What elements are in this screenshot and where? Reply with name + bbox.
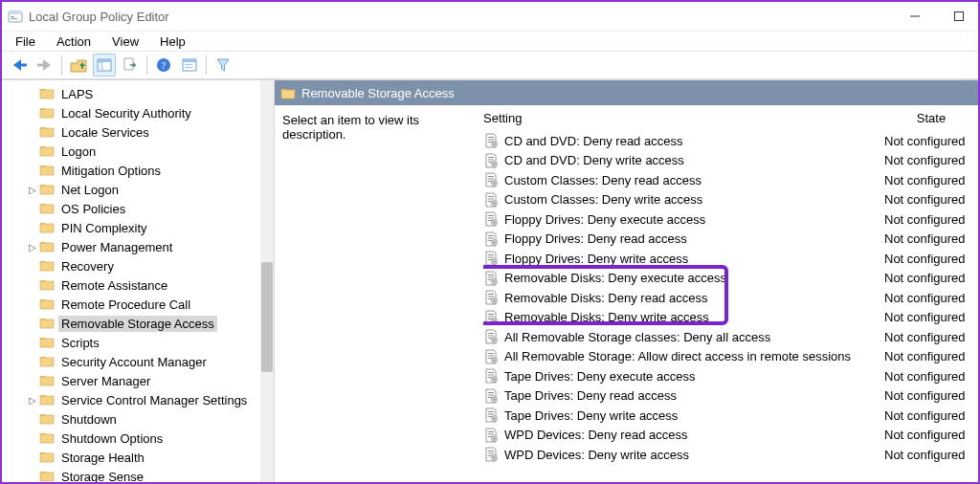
policy-icon [483, 388, 499, 404]
policy-icon [483, 368, 499, 384]
header-state[interactable]: State [884, 111, 978, 125]
tree-item[interactable]: PIN Complexity [2, 218, 274, 237]
setting-label: All Removable Storage classes: Deny all … [504, 330, 884, 344]
tree-item[interactable]: ▷Power Management [2, 237, 274, 256]
svg-point-52 [494, 261, 496, 263]
tree-item[interactable]: Remote Procedure Call [2, 295, 274, 314]
properties-button[interactable] [178, 54, 201, 77]
setting-row[interactable]: CD and DVD: Deny write accessNot configu… [483, 151, 978, 171]
menu-file[interactable]: File [8, 33, 43, 51]
svg-rect-6 [19, 64, 27, 67]
tree-item-label: Shutdown [58, 411, 120, 428]
help-button[interactable]: ? [152, 54, 175, 77]
svg-rect-15 [183, 59, 196, 62]
tree-item[interactable]: Shutdown Options [2, 429, 274, 448]
tree-item[interactable]: Storage Sense [2, 467, 274, 482]
svg-point-67 [494, 319, 496, 321]
caret-right-icon[interactable]: ▷ [27, 242, 38, 253]
setting-row[interactable]: CD and DVD: Deny read accessNot configur… [483, 131, 978, 151]
tree-item[interactable]: Mitigation Options [2, 161, 274, 180]
setting-row[interactable]: Removable Disks: Deny write accessNot co… [483, 308, 978, 328]
folder-icon [38, 143, 58, 160]
tree-item-label: Net Logon [58, 182, 122, 198]
caret-right-icon[interactable]: ▷ [27, 185, 38, 195]
svg-rect-5 [955, 12, 964, 21]
body: LAPSLocal Security AuthorityLocale Servi… [2, 80, 978, 482]
svg-rect-17 [185, 67, 192, 68]
tree-item[interactable]: Shutdown [2, 409, 274, 429]
setting-state: Not configured [884, 369, 978, 384]
tree-item[interactable]: Local Security Authority [2, 103, 274, 122]
setting-label: WPD Devices: Deny read access [504, 428, 884, 442]
setting-label: Removable Disks: Deny read access [504, 291, 884, 305]
tree-item[interactable]: OS Policies [2, 199, 274, 218]
policy-icon [483, 329, 499, 344]
setting-state: Not configured [884, 271, 978, 285]
setting-label: Floppy Drives: Deny read access [504, 231, 884, 246]
setting-row[interactable]: Floppy Drives: Deny read accessNot confi… [483, 230, 978, 250]
tree-item[interactable]: Recovery [2, 256, 274, 275]
setting-row[interactable]: Removable Disks: Deny read accessNot con… [483, 288, 978, 308]
folder-icon [38, 163, 58, 179]
policy-icon [483, 251, 499, 266]
back-button[interactable] [8, 54, 31, 77]
export-button[interactable] [119, 54, 142, 77]
svg-rect-10 [98, 62, 102, 71]
tree-item[interactable]: LAPS [2, 84, 274, 103]
setting-row[interactable]: Tape Drives: Deny write accessNot config… [483, 406, 978, 426]
setting-row[interactable]: Custom Classes: Deny write accessNot con… [483, 190, 978, 210]
setting-label: Tape Drives: Deny read access [504, 388, 884, 403]
setting-state: Not configured [884, 231, 978, 246]
tree-item[interactable]: ▷Service Control Manager Settings [2, 390, 274, 409]
setting-row[interactable]: All Removable Storage: Allow direct acce… [483, 347, 978, 367]
setting-row[interactable]: Custom Classes: Deny read accessNot conf… [483, 170, 978, 190]
setting-label: Tape Drives: Deny write access [504, 408, 884, 423]
minimize-button[interactable] [902, 6, 928, 27]
menu-help[interactable]: Help [152, 33, 193, 51]
header-setting[interactable]: Setting [483, 111, 884, 125]
setting-row[interactable]: Floppy Drives: Deny execute accessNot co… [483, 209, 978, 230]
tree-item[interactable]: Locale Services [2, 122, 274, 142]
setting-row[interactable]: All Removable Storage classes: Deny all … [483, 327, 978, 347]
svg-point-57 [494, 280, 496, 282]
tree-item[interactable]: ▷Net Logon [2, 180, 274, 199]
setting-row[interactable]: WPD Devices: Deny read accessNot configu… [483, 426, 978, 446]
setting-row[interactable]: Tape Drives: Deny read accessNot configu… [483, 386, 978, 407]
tree-item-label: Storage Health [58, 450, 147, 466]
show-tree-button[interactable] [93, 54, 116, 77]
title-bar: Local Group Policy Editor [2, 2, 978, 31]
svg-point-22 [494, 143, 496, 145]
setting-row[interactable]: Tape Drives: Deny execute accessNot conf… [483, 366, 978, 386]
tree-item-label: Shutdown Options [58, 430, 166, 447]
tree-item[interactable]: Removable Storage Access [2, 314, 274, 333]
menu-action[interactable]: Action [49, 33, 99, 51]
tree[interactable]: LAPSLocal Security AuthorityLocale Servi… [2, 80, 274, 482]
tree-item[interactable]: Logon [2, 142, 274, 161]
tree-item[interactable]: Server Manager [2, 371, 274, 390]
description-prompt: Select an item to view its description. [282, 113, 419, 142]
tree-item[interactable]: Storage Health [2, 448, 274, 467]
filter-button[interactable] [212, 54, 234, 77]
svg-rect-1 [9, 11, 22, 14]
forward-button[interactable] [33, 54, 56, 77]
tree-item[interactable]: Scripts [2, 333, 274, 352]
scrollbar-thumb[interactable] [261, 262, 273, 372]
caret-right-icon[interactable]: ▷ [27, 395, 38, 406]
setting-row[interactable]: Floppy Drives: Deny write accessNot conf… [483, 249, 978, 269]
setting-state: Not configured [884, 448, 978, 462]
tree-item-label: Local Security Authority [58, 105, 194, 121]
tree-item-label: Locale Services [58, 124, 152, 141]
svg-rect-7 [37, 64, 45, 67]
maximize-button[interactable] [946, 6, 972, 27]
up-button[interactable] [67, 54, 90, 77]
tree-item[interactable]: Remote Assistance [2, 275, 274, 295]
setting-row[interactable]: WPD Devices: Deny write accessNot config… [483, 445, 978, 465]
app-icon [8, 9, 23, 24]
tree-scrollbar[interactable] [260, 80, 274, 482]
policy-icon [483, 428, 499, 443]
policy-icon [483, 153, 499, 168]
menu-view[interactable]: View [104, 33, 146, 51]
setting-row[interactable]: Removable Disks: Deny execute accessNot … [483, 269, 978, 289]
tree-item[interactable]: Security Account Manager [2, 352, 274, 371]
tree-item-label: Removable Storage Access [58, 316, 217, 332]
